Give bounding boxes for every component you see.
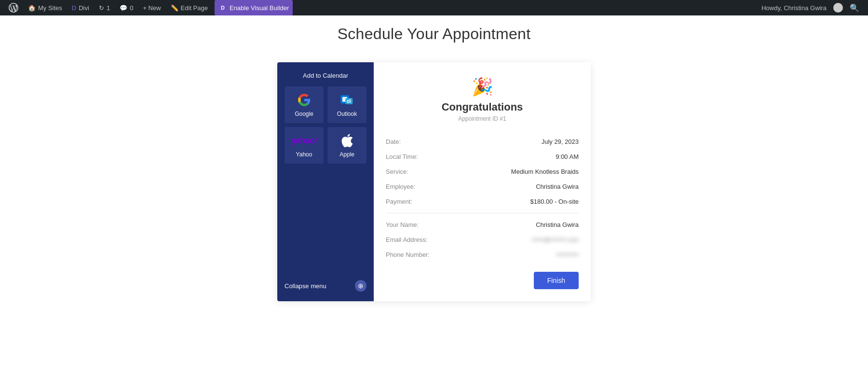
google-icon [297, 92, 312, 108]
svg-text:ol: ol [346, 98, 351, 104]
your-name-label: Your Name: [386, 217, 473, 232]
comments-item[interactable]: 💬 0 [115, 0, 138, 15]
finish-button[interactable]: Finish [534, 272, 579, 289]
appointment-id: Appointment ID #1 [386, 115, 579, 122]
my-sites-icon: 🏠 [28, 4, 36, 12]
my-sites-label: My Sites [38, 4, 62, 12]
employee-label: Employee: [386, 179, 473, 194]
congrats-section: 🎉 Congratulations Appointment ID #1 [386, 77, 579, 122]
updates-icon: ↻ [99, 4, 104, 12]
apple-icon [339, 133, 355, 148]
outlook-label: Outlook [337, 111, 357, 117]
left-panel: Add to Calendar Google [277, 62, 374, 301]
phone-label: Phone Number: [386, 247, 473, 262]
wp-logo-item[interactable] [4, 0, 23, 15]
main-content: Schedule Your Appointment Add to Calenda… [0, 15, 868, 378]
edit-page-label: Edit Page [181, 4, 208, 12]
yahoo-icon: yahoo! [297, 133, 312, 148]
congrats-title: Congratulations [386, 101, 579, 113]
employee-value: Christina Gwira [473, 179, 579, 194]
email-label: Email Address: [386, 232, 473, 247]
google-label: Google [295, 111, 313, 117]
search-icon[interactable]: 🔍 [845, 3, 864, 13]
phone-value: ••••••••••• [473, 247, 579, 262]
finish-row: Finish [386, 272, 579, 289]
divi-item[interactable]: D Divi [67, 0, 94, 15]
comments-count: 0 [130, 4, 133, 12]
avatar [833, 3, 843, 13]
table-row: Your Name: Christina Gwira [386, 217, 579, 232]
new-item[interactable]: + New [138, 0, 165, 15]
date-label: Date: [386, 134, 473, 149]
service-value: Medium Knotless Braids [473, 164, 579, 179]
email-value: ••••••@••••••••.com [473, 232, 579, 247]
details-table: Date: July 29, 2023 Local Time: 9:00 AM … [386, 134, 579, 262]
party-icon: 🎉 [386, 77, 579, 97]
local-time-value: 9:00 AM [473, 149, 579, 164]
collapse-icon: ⊕ [355, 280, 366, 292]
table-row: Local Time: 9:00 AM [386, 149, 579, 164]
admin-bar: 🏠 My Sites D Divi ↻ 1 💬 0 + New ✏️ Edit … [0, 0, 868, 15]
separator-row [386, 209, 579, 217]
table-row: Employee: Christina Gwira [386, 179, 579, 194]
payment-label: Payment: [386, 194, 473, 209]
calendar-buttons: Google ol Outlook [285, 86, 366, 164]
yahoo-label: Yahoo [296, 151, 312, 158]
enable-vb-label: Enable Visual Builder [230, 4, 289, 12]
apple-label: Apple [339, 151, 354, 158]
date-value: July 29, 2023 [473, 134, 579, 149]
add-to-calendar-title: Add to Calendar [285, 72, 366, 79]
appointment-container: Add to Calendar Google [277, 62, 591, 301]
divi-label: Divi [79, 4, 89, 12]
updates-item[interactable]: ↻ 1 [94, 0, 115, 15]
updates-count: 1 [107, 4, 110, 12]
collapse-menu-bar[interactable]: Collapse menu ⊕ [285, 270, 366, 292]
my-sites-item[interactable]: 🏠 My Sites [23, 0, 67, 15]
google-calendar-button[interactable]: Google [285, 86, 324, 123]
table-row: Email Address: ••••••@••••••••.com [386, 232, 579, 247]
apple-calendar-button[interactable]: Apple [327, 127, 366, 164]
divi-icon: D [72, 4, 76, 12]
your-name-value: Christina Gwira [473, 217, 579, 232]
table-row: Service: Medium Knotless Braids [386, 164, 579, 179]
page-title: Schedule Your Appointment [0, 25, 868, 43]
edit-page-item[interactable]: ✏️ Edit Page [166, 0, 213, 15]
local-time-label: Local Time: [386, 149, 473, 164]
edit-icon: ✏️ [171, 4, 178, 12]
howdy-label: Howdy, Christina Gwira [757, 4, 831, 12]
adminbar-right: Howdy, Christina Gwira 🔍 [757, 3, 864, 13]
comments-icon: 💬 [120, 4, 127, 12]
collapse-menu-label: Collapse menu [285, 282, 326, 290]
outlook-icon: ol [339, 92, 355, 108]
table-row: Phone Number: ••••••••••• [386, 247, 579, 262]
table-row: Payment: $180.00 - On-site [386, 194, 579, 209]
yahoo-calendar-button[interactable]: yahoo! Yahoo [285, 127, 324, 164]
service-label: Service: [386, 164, 473, 179]
payment-value: $180.00 - On-site [473, 194, 579, 209]
new-label: + New [143, 4, 161, 12]
enable-vb-item[interactable]: D Enable Visual Builder [215, 0, 293, 15]
table-row: Date: July 29, 2023 [386, 134, 579, 149]
divi-d-icon: D [218, 3, 227, 12]
right-panel: 🎉 Congratulations Appointment ID #1 Date… [374, 62, 591, 301]
outlook-calendar-button[interactable]: ol Outlook [327, 86, 366, 123]
